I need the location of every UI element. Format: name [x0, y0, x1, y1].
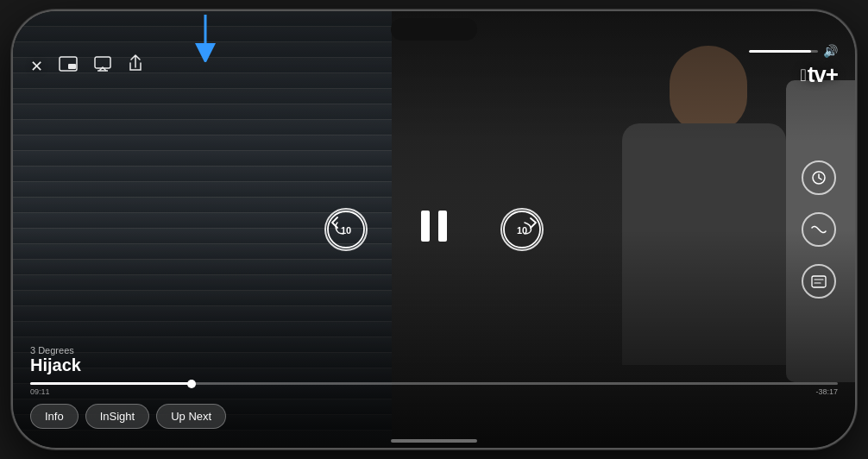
- appletv-logo:  tv+: [800, 61, 838, 88]
- tv-plus-text: tv+: [808, 61, 838, 88]
- progress-container: 09:11 -38:17: [30, 382, 838, 396]
- up-next-button[interactable]: Up Next: [156, 404, 226, 429]
- volume-icon: 🔊: [823, 44, 838, 58]
- svg-rect-6: [421, 211, 430, 242]
- show-title: Hijack: [30, 355, 838, 375]
- svg-rect-1: [68, 64, 76, 69]
- skip-back-button[interactable]: 10: [324, 208, 368, 251]
- bottom-buttons: Info InSight Up Next: [30, 404, 226, 429]
- time-labels: 09:11 -38:17: [30, 387, 838, 396]
- progress-thumb: [187, 380, 196, 388]
- side-button-right: [856, 141, 857, 210]
- annotation-arrow: [192, 15, 218, 66]
- apple-icon: : [800, 66, 805, 84]
- dynamic-island: [391, 18, 477, 41]
- center-controls: 10 10: [324, 208, 544, 251]
- time-elapsed: 09:11: [30, 387, 50, 396]
- volume-bar: [749, 50, 818, 53]
- subtitles-button[interactable]: [802, 264, 836, 299]
- bottom-section: 3 Degrees Hijack 09:11 -38:17: [30, 345, 838, 396]
- airplay-button[interactable]: [93, 55, 112, 77]
- volume-fill: [749, 50, 811, 53]
- progress-fill: [30, 382, 192, 385]
- time-remaining: -38:17: [815, 387, 838, 396]
- volume-control[interactable]: 🔊: [749, 44, 838, 58]
- show-season: 3 Degrees: [30, 345, 838, 355]
- svg-rect-7: [438, 211, 447, 242]
- controls-overlay: ✕: [13, 11, 855, 448]
- home-indicator[interactable]: [391, 439, 477, 443]
- top-bar: ✕: [30, 44, 838, 88]
- show-info: 3 Degrees Hijack: [30, 345, 838, 375]
- info-button[interactable]: Info: [30, 404, 79, 429]
- top-right-controls: 🔊  tv+: [749, 44, 838, 88]
- skip-forward-button[interactable]: 10: [500, 208, 544, 251]
- share-button[interactable]: [128, 54, 143, 78]
- screen: ✕: [13, 11, 855, 448]
- svg-rect-11: [812, 276, 826, 287]
- top-left-controls: ✕: [30, 54, 143, 78]
- progress-bar[interactable]: [30, 382, 838, 385]
- audio-button[interactable]: [802, 212, 836, 247]
- pause-button[interactable]: [419, 209, 449, 251]
- right-side-controls: [802, 160, 836, 299]
- close-button[interactable]: ✕: [30, 57, 43, 76]
- insight-button[interactable]: InSight: [85, 404, 149, 429]
- phone-frame: ✕: [11, 9, 857, 450]
- playback-speed-button[interactable]: [802, 160, 836, 195]
- pip-button[interactable]: [59, 56, 78, 76]
